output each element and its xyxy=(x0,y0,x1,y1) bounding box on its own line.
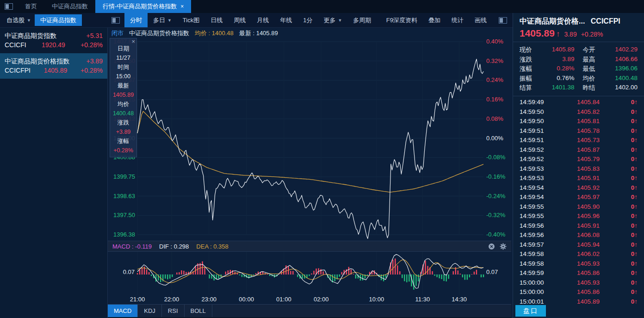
macd-histogram-bar xyxy=(481,274,482,277)
tick-by-tick-list[interactable]: 14:59:491405.840↑14:59:501405.820↑14:59:… xyxy=(513,96,644,306)
toolbar-item-周线[interactable]: 周线 xyxy=(228,13,251,27)
tick-time: 14:59:56 xyxy=(520,231,555,238)
dif-value-label: DIF : 0.298 xyxy=(159,243,189,250)
tick-row: 14:59:521405.790↑ xyxy=(520,155,638,164)
toolbar-item-1分[interactable]: 1分 xyxy=(297,13,318,27)
macd-indicator-chart[interactable]: 0.070.07 xyxy=(108,252,511,295)
macd-histogram-bar xyxy=(239,274,240,275)
tick-volume: 0↑ xyxy=(622,288,638,295)
tick-price: 1405.97 xyxy=(555,193,622,200)
instrument-code: CCICFPI xyxy=(5,66,31,75)
watchlist-group-dropdown[interactable]: 自选股 ▼ xyxy=(3,13,35,27)
toolbar-item-画线[interactable]: 画线 xyxy=(469,13,492,27)
close-circle-icon[interactable] xyxy=(488,243,495,250)
macd-histogram-bar xyxy=(267,274,268,274)
tab-首页[interactable]: 首页 xyxy=(18,0,44,13)
toolbar-item-分时[interactable]: 分时 xyxy=(124,13,148,27)
chart-panel-toggle-icon[interactable] xyxy=(111,17,120,24)
tick-time: 14:59:52 xyxy=(520,146,555,153)
quote-stat-cell: 今开1402.29 xyxy=(583,46,638,54)
macd-histogram-bar xyxy=(322,271,323,274)
right-panel-toggle-icon[interactable] xyxy=(499,17,507,24)
toolbar-item-月线[interactable]: 月线 xyxy=(251,13,274,27)
tick-price: 1405.94 xyxy=(555,241,622,248)
tick-price: 1405.78 xyxy=(555,127,622,134)
gear-icon[interactable] xyxy=(500,243,507,250)
toolbar-item-F9深度资料[interactable]: F9深度资料 xyxy=(381,13,423,27)
time-axis-label: 02:00 xyxy=(314,296,329,303)
watchlist-item-row2: CCICFI1920.49+0.28% xyxy=(5,40,103,50)
indicator-tab-MACD[interactable]: MACD xyxy=(108,305,138,317)
watchlist-group-label: 自选股 xyxy=(6,16,25,25)
y-axis-price-label: 1397.50 xyxy=(113,212,135,218)
tick-volume: 0↑ xyxy=(622,260,638,267)
toolbar-item-多周期[interactable]: 多周期 xyxy=(347,13,377,27)
toolbar-item-年线[interactable]: 年线 xyxy=(274,13,297,27)
tab-close-icon[interactable]: × xyxy=(180,3,184,10)
macd-histogram-bar xyxy=(348,267,349,274)
y-axis-percent-label: 0.24% xyxy=(486,76,503,83)
toolbar-row: 自选股 ▼ 中证商品指数 分时多日▼Tick图日线周线月线年线1分更多▼多周期 … xyxy=(0,13,513,28)
tick-price: 1405.90 xyxy=(555,203,622,210)
stat-value: 0.76% xyxy=(557,75,574,83)
toolbar-item-日线[interactable]: 日线 xyxy=(205,13,228,27)
tick-time: 14:59:54 xyxy=(520,184,555,191)
pankou-button[interactable]: 盘口 xyxy=(515,305,546,317)
instrument-name: 中证商品期货价格指数 xyxy=(5,56,69,66)
macd-histogram-bar xyxy=(367,274,368,275)
toolbar-item-叠加[interactable]: 叠加 xyxy=(423,13,446,27)
macd-histogram-bar xyxy=(467,274,468,280)
macd-histogram-bar xyxy=(434,274,435,276)
indicator-tab-RSI[interactable]: RSI xyxy=(162,305,185,317)
intraday-price-chart[interactable]: 1407.620.40%1406.500.32%1405.370.24%1404… xyxy=(108,28,511,241)
tab-中证商品指数[interactable]: 中证商品指数 xyxy=(44,0,95,13)
tooltip-close-icon[interactable]: × xyxy=(131,38,135,45)
macd-histogram-bar xyxy=(155,274,156,281)
watchlist-item[interactable]: 中证商品期货价格指数+3.89CCICFPI1405.89+0.28% xyxy=(0,53,107,79)
macd-histogram-bar xyxy=(404,274,405,281)
tick-time: 14:59:49 xyxy=(520,99,555,106)
tick-row: 14:59:581405.930↑ xyxy=(520,259,638,268)
toolbar-item-多日[interactable]: 多日▼ xyxy=(148,13,177,27)
indicator-tab-KDJ[interactable]: KDJ xyxy=(138,305,162,317)
macd-histogram-bar xyxy=(399,271,400,274)
chart-area: 闭市 中证商品期货价格指数 均价 : 1400.48 最新 : 1405.89 … xyxy=(108,28,511,318)
y-axis-percent-label: 0.32% xyxy=(486,57,503,64)
toolbar-item-统计[interactable]: 统计 xyxy=(446,13,469,27)
panel-toggle-icon[interactable] xyxy=(5,3,13,10)
macd-histogram-bar xyxy=(464,274,465,280)
quote-stat-row: 结算1401.38昨结1402.00 xyxy=(520,83,638,93)
tick-price: 1405.73 xyxy=(555,137,622,143)
tooltip-value: +0.28% xyxy=(110,146,136,155)
macd-histogram-bar xyxy=(471,274,472,274)
quote-stat-cell: 昨结1402.00 xyxy=(583,84,638,92)
macd-value-label: MACD : -0.119 xyxy=(112,243,152,250)
tick-row: 14:59:581406.020↑ xyxy=(520,249,638,259)
watchlist-list-button[interactable]: 中证商品指数 xyxy=(35,14,82,26)
y-axis-percent-label: -0.32% xyxy=(486,212,506,218)
time-axis-label: 23:00 xyxy=(202,296,217,303)
toolbar-item-label: Tick图 xyxy=(183,16,199,25)
stat-label: 涨跌 xyxy=(520,56,532,64)
macd-histogram-bar xyxy=(476,270,477,274)
macd-histogram-bar xyxy=(415,274,416,286)
tick-row: 14:59:521405.870↑ xyxy=(520,145,638,155)
tick-price: 1405.92 xyxy=(555,184,622,191)
tick-time: 14:59:53 xyxy=(520,175,555,181)
watchlist-item[interactable]: 中证商品期货指数+5.31CCICFI1920.49+0.28% xyxy=(0,28,107,53)
tick-price: 1405.82 xyxy=(555,108,622,115)
y-axis-price-label: 1399.75 xyxy=(113,173,135,180)
tick-volume: 0↑ xyxy=(622,269,638,276)
toolbar-item-更多[interactable]: 更多▼ xyxy=(318,13,347,27)
tick-price: 1405.96 xyxy=(555,212,622,219)
tick-row: 14:59:551405.960↑ xyxy=(520,212,638,221)
indicator-tab-BOLL[interactable]: BOLL xyxy=(185,305,212,317)
toolbar-item-Tick图[interactable]: Tick图 xyxy=(177,13,205,27)
y-axis-percent-label: 0.40% xyxy=(486,38,503,45)
tick-price: 1405.79 xyxy=(555,156,622,162)
stat-value: 0.28% xyxy=(557,65,574,73)
quote-stat-cell: 现价1405.89 xyxy=(520,46,575,54)
macd-histogram-bar xyxy=(446,274,446,281)
macd-right-axis-label: 0.07 xyxy=(486,268,498,275)
tab-行情-中证商品期货价格指数[interactable]: 行情-中证商品期货价格指数× xyxy=(95,0,191,13)
